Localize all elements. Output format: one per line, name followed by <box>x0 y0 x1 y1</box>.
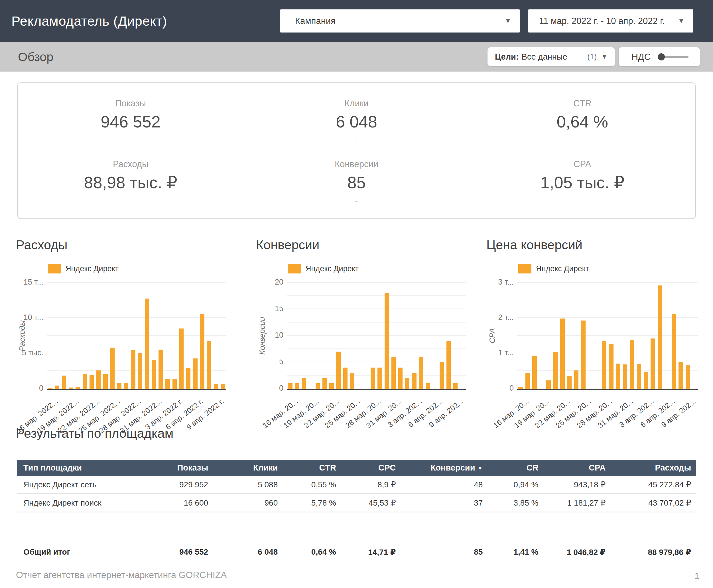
bar[interactable] <box>172 379 177 389</box>
report-title: Рекламодатель (Директ) <box>12 0 167 42</box>
column-header-9[interactable]: Расходы <box>607 463 693 472</box>
bar[interactable] <box>350 373 354 389</box>
bar[interactable] <box>186 368 191 389</box>
scorecard-value: 85 <box>347 173 366 192</box>
bar[interactable] <box>560 318 565 389</box>
bar[interactable] <box>89 375 94 389</box>
bar[interactable] <box>637 364 642 389</box>
bar[interactable] <box>343 368 347 389</box>
bar[interactable] <box>165 379 170 389</box>
bar[interactable] <box>221 384 225 389</box>
bar[interactable] <box>426 383 430 389</box>
bar[interactable] <box>179 329 184 389</box>
bar[interactable] <box>405 378 409 389</box>
bar[interactable] <box>630 340 634 389</box>
legend-swatch-icon <box>518 264 532 273</box>
bar[interactable] <box>117 383 122 389</box>
bar[interactable] <box>686 365 690 389</box>
column-header-2[interactable]: Показы <box>153 463 210 472</box>
column-header-1[interactable]: Тип площадки <box>17 463 153 472</box>
bar[interactable] <box>546 380 551 389</box>
bar[interactable] <box>158 350 163 389</box>
bar[interactable] <box>288 383 292 389</box>
scorecard-delta: - <box>581 197 584 206</box>
table-header-row: Тип площадкиПоказыКликиCTRCPCКонверсии▼C… <box>17 460 696 476</box>
y-axis-tick-label: 3 т... <box>487 278 514 287</box>
bar[interactable] <box>623 364 627 389</box>
bar[interactable] <box>581 320 586 389</box>
column-header-8[interactable]: CPA <box>540 463 607 472</box>
bar[interactable] <box>336 352 340 389</box>
date-range-picker[interactable]: 11 мар. 2022 г. - 10 апр. 2022 г. ▼ <box>528 9 693 33</box>
bar[interactable] <box>616 363 620 389</box>
bar[interactable] <box>609 343 613 389</box>
bar[interactable] <box>83 374 87 389</box>
bar[interactable] <box>62 376 66 389</box>
bar[interactable] <box>644 372 648 389</box>
table-total-cell: 0,64 % <box>279 547 338 556</box>
x-axis-labels: 16 мар. 20...19 мар. 20...22 мар. 20...2… <box>517 392 698 423</box>
bar[interactable] <box>316 383 320 389</box>
bar[interactable] <box>138 353 142 389</box>
bar[interactable] <box>574 371 579 389</box>
bar[interactable] <box>377 368 382 389</box>
bar[interactable] <box>214 384 218 389</box>
bar[interactable] <box>672 314 676 389</box>
bar[interactable] <box>75 387 80 389</box>
bar[interactable] <box>439 362 444 389</box>
column-header-3[interactable]: Клики <box>210 463 279 472</box>
bar[interactable] <box>602 341 606 389</box>
column-header-6[interactable]: Конверсии▼ <box>398 463 485 472</box>
table-total-cell: Общий итог <box>17 547 153 556</box>
gridline <box>287 375 466 376</box>
bar[interactable] <box>48 388 52 389</box>
bar[interactable] <box>658 286 662 389</box>
column-header-4[interactable]: CTR <box>279 463 338 472</box>
table-title: Результаты по площадкам <box>16 426 174 441</box>
vat-toggle-control[interactable]: НДС <box>619 47 700 66</box>
bar[interactable] <box>145 298 149 389</box>
table-row[interactable]: Яндекс Директ сеть929 9525 0880,55 %8,9 … <box>17 476 696 494</box>
bar[interactable] <box>322 378 327 389</box>
bar[interactable] <box>69 387 73 389</box>
bar[interactable] <box>525 373 530 389</box>
bar[interactable] <box>371 368 375 389</box>
column-header-7[interactable]: CR <box>484 463 540 472</box>
bar[interactable] <box>295 383 299 389</box>
bar[interactable] <box>131 350 135 389</box>
campaign-filter-dropdown[interactable]: Кампания ▼ <box>280 9 520 33</box>
bar[interactable] <box>124 383 129 389</box>
bar[interactable] <box>193 358 198 389</box>
bar[interactable] <box>678 362 683 389</box>
bar[interactable] <box>412 373 416 389</box>
vat-label: НДС <box>631 51 651 62</box>
bar[interactable] <box>391 357 396 389</box>
vat-toggle-switch[interactable] <box>658 53 691 61</box>
y-axis-title-text: Расходы <box>18 320 27 351</box>
bar[interactable] <box>103 374 108 389</box>
bar[interactable] <box>329 383 333 389</box>
table-row[interactable]: Яндекс Директ поиск16 6009605,78 %45,53 … <box>17 494 696 512</box>
bar[interactable] <box>651 338 655 389</box>
bar[interactable] <box>398 368 403 389</box>
goals-filter-dropdown[interactable]: Цели: Все данные (1) ▼ <box>488 47 615 66</box>
bar[interactable] <box>152 360 156 389</box>
bar[interactable] <box>55 385 60 389</box>
column-header-5[interactable]: CPC <box>338 463 398 472</box>
bar[interactable] <box>518 387 523 389</box>
bar[interactable] <box>453 383 458 389</box>
toggle-knob[interactable] <box>658 53 665 60</box>
bar[interactable] <box>532 356 537 389</box>
bar[interactable] <box>200 314 204 389</box>
bar[interactable] <box>207 341 212 389</box>
bar[interactable] <box>96 371 101 389</box>
bar[interactable] <box>385 293 389 389</box>
bar[interactable] <box>553 352 558 389</box>
y-axis-title: CPA <box>487 282 499 389</box>
bar[interactable] <box>447 341 451 389</box>
bar[interactable] <box>302 378 306 389</box>
bar[interactable] <box>567 376 571 389</box>
bar[interactable] <box>419 357 423 389</box>
bar[interactable] <box>110 348 115 389</box>
gridline <box>287 282 466 282</box>
